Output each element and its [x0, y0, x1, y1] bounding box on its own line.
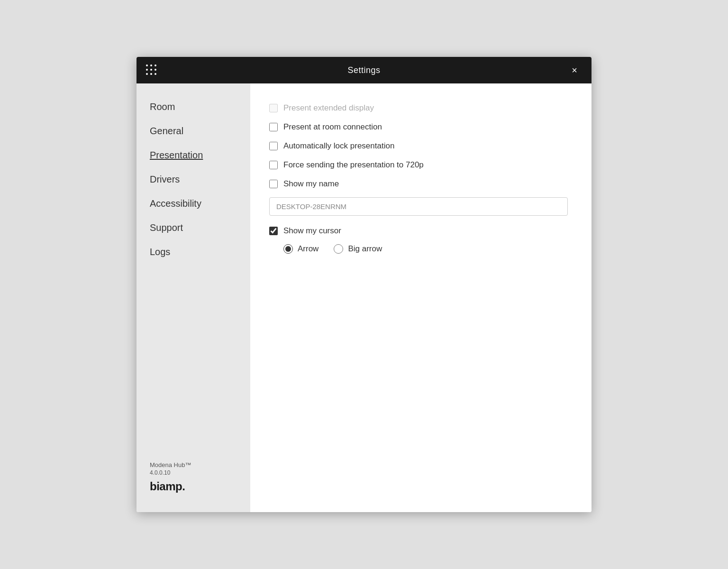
name-input-row	[269, 193, 573, 221]
sidebar-item-room[interactable]: Room	[136, 95, 250, 119]
presentation-settings: Present extended display Present at room…	[269, 99, 573, 257]
content-area: Present extended display Present at room…	[250, 83, 592, 512]
settings-window: Settings × Room General Presentation Dri…	[136, 57, 592, 512]
force-720p-row: Force sending the presentation to 720p	[269, 156, 573, 174]
force-720p-label[interactable]: Force sending the presentation to 720p	[283, 160, 424, 170]
arrow-option[interactable]: Arrow	[283, 244, 318, 254]
show-cursor-checkbox[interactable]	[269, 227, 278, 235]
sidebar-item-accessibility[interactable]: Accessibility	[136, 192, 250, 216]
auto-lock-row: Automatically lock presentation	[269, 137, 573, 156]
show-cursor-label[interactable]: Show my cursor	[283, 226, 341, 236]
titlebar: Settings ×	[136, 57, 592, 83]
sidebar: Room General Presentation Drivers Access…	[136, 83, 250, 512]
biamp-logo: biamp.	[150, 480, 237, 493]
window-title: Settings	[347, 65, 380, 75]
arrow-radio[interactable]	[283, 244, 293, 254]
present-room-row: Present at room connection	[269, 118, 573, 137]
big-arrow-label: Big arrow	[348, 244, 382, 254]
version-number: 4.0.0.10	[150, 469, 237, 476]
present-room-checkbox[interactable]	[269, 123, 278, 131]
cursor-radio-group: Arrow Big arrow	[269, 240, 573, 257]
device-name: Modena Hub™	[150, 461, 237, 468]
sidebar-item-support[interactable]: Support	[136, 216, 250, 240]
app-dots-icon	[146, 64, 157, 76]
main-content: Room General Presentation Drivers Access…	[136, 83, 592, 512]
sidebar-item-logs[interactable]: Logs	[136, 240, 250, 264]
auto-lock-checkbox[interactable]	[269, 142, 278, 150]
force-720p-checkbox[interactable]	[269, 161, 278, 169]
sidebar-item-presentation[interactable]: Presentation	[136, 143, 250, 167]
sidebar-item-general[interactable]: General	[136, 119, 250, 143]
present-extended-checkbox[interactable]	[269, 104, 278, 112]
show-cursor-row: Show my cursor	[269, 221, 573, 240]
close-button[interactable]: ×	[567, 63, 582, 78]
show-name-row: Show my name	[269, 174, 573, 193]
present-extended-label[interactable]: Present extended display	[283, 103, 374, 113]
show-name-checkbox[interactable]	[269, 180, 278, 188]
big-arrow-radio[interactable]	[334, 244, 343, 254]
sidebar-item-drivers[interactable]: Drivers	[136, 167, 250, 192]
show-name-label[interactable]: Show my name	[283, 179, 339, 189]
big-arrow-option[interactable]: Big arrow	[334, 244, 382, 254]
present-room-label[interactable]: Present at room connection	[283, 122, 382, 132]
present-extended-row: Present extended display	[269, 99, 573, 118]
sidebar-nav: Room General Presentation Drivers Access…	[136, 91, 250, 454]
auto-lock-label[interactable]: Automatically lock presentation	[283, 141, 394, 151]
name-input[interactable]	[269, 197, 568, 216]
sidebar-footer: Modena Hub™ 4.0.0.10 biamp.	[136, 454, 250, 505]
arrow-label: Arrow	[298, 244, 318, 254]
